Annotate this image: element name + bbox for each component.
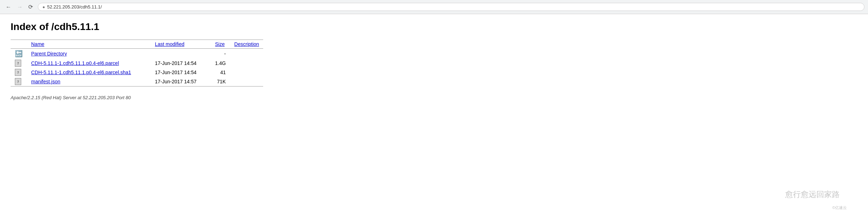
file-icon-cell: ? bbox=[11, 77, 27, 86]
reload-button[interactable]: ⟳ bbox=[26, 3, 35, 11]
table-row: ?CDH-5.11.1-1.cdh5.11.1.p0.4-el6.parcel.… bbox=[11, 68, 263, 77]
url-text: 52.221.205.203/cdh5.11.1/ bbox=[47, 4, 102, 10]
nav-buttons: ← → ⟳ bbox=[4, 3, 35, 11]
file-link[interactable]: CDH-5.11.1-1.cdh5.11.1.p0.4-el6.parcel.s… bbox=[31, 70, 131, 75]
file-modified-cell: 17-Jun-2017 14:54 bbox=[151, 59, 211, 68]
unknown-file-icon: ? bbox=[15, 69, 21, 76]
table-row: ?CDH-5.11.1-1.cdh5.11.1.p0.4-el6.parcel1… bbox=[11, 59, 263, 68]
file-icon-cell: ? bbox=[11, 59, 27, 68]
file-name-cell: CDH-5.11.1-1.cdh5.11.1.p0.4-el6.parcel bbox=[27, 59, 151, 68]
name-col-header: Name bbox=[27, 40, 151, 49]
table-row: ?manifest.json17-Jun-2017 14:5771K bbox=[11, 77, 263, 86]
file-name-cell: manifest.json bbox=[27, 77, 151, 86]
file-icon-cell: ? bbox=[11, 68, 27, 77]
directory-table: Name Last modified Size Description 🔙Par… bbox=[11, 40, 263, 86]
table-header-row: Name Last modified Size Description bbox=[11, 40, 263, 49]
size-sort-link[interactable]: Size bbox=[215, 41, 225, 47]
file-size-cell: 41 bbox=[211, 68, 230, 77]
file-desc-cell bbox=[230, 68, 263, 77]
file-desc-cell bbox=[230, 59, 263, 68]
unknown-file-icon: ? bbox=[15, 78, 21, 85]
unknown-file-icon: ? bbox=[15, 60, 21, 67]
file-link[interactable]: Parent Directory bbox=[31, 51, 67, 56]
file-name-cell: CDH-5.11.1-1.cdh5.11.1.p0.4-el6.parcel.s… bbox=[27, 68, 151, 77]
modified-col-header: Last modified bbox=[151, 40, 211, 49]
file-modified-cell bbox=[151, 49, 211, 59]
file-desc-cell bbox=[230, 77, 263, 86]
back-button[interactable]: ← bbox=[4, 3, 13, 11]
table-row: 🔙Parent Directory- bbox=[11, 49, 263, 59]
file-size-cell: 1.4G bbox=[211, 59, 230, 68]
name-sort-link[interactable]: Name bbox=[31, 41, 44, 47]
lock-icon: ● bbox=[42, 5, 45, 10]
file-link[interactable]: manifest.json bbox=[31, 79, 60, 84]
desc-sort-link[interactable]: Description bbox=[234, 41, 259, 47]
modified-sort-link[interactable]: Last modified bbox=[155, 41, 184, 47]
forward-button[interactable]: → bbox=[15, 3, 25, 11]
size-col-header: Size bbox=[211, 40, 230, 49]
parent-dir-icon: 🔙 bbox=[15, 50, 23, 57]
desc-col-header: Description bbox=[230, 40, 263, 49]
file-size-cell: 71K bbox=[211, 77, 230, 86]
file-modified-cell: 17-Jun-2017 14:57 bbox=[151, 77, 211, 86]
browser-chrome: ← → ⟳ ● 52.221.205.203/cdh5.11.1/ bbox=[0, 0, 868, 14]
file-icon-cell: 🔙 bbox=[11, 49, 27, 59]
file-size-cell: - bbox=[211, 49, 230, 59]
page-content: Index of /cdh5.11.1 Name Last modified S… bbox=[0, 14, 318, 107]
file-modified-cell: 17-Jun-2017 14:54 bbox=[151, 68, 211, 77]
icon-col-header bbox=[11, 40, 27, 49]
address-bar[interactable]: ● 52.221.205.203/cdh5.11.1/ bbox=[38, 3, 864, 11]
page-title: Index of /cdh5.11.1 bbox=[11, 21, 308, 32]
server-info: Apache/2.2.15 (Red Hat) Server at 52.221… bbox=[11, 95, 308, 100]
file-name-cell: Parent Directory bbox=[27, 49, 151, 59]
file-link[interactable]: CDH-5.11.1-1.cdh5.11.1.p0.4-el6.parcel bbox=[31, 60, 119, 66]
file-desc-cell bbox=[230, 49, 263, 59]
